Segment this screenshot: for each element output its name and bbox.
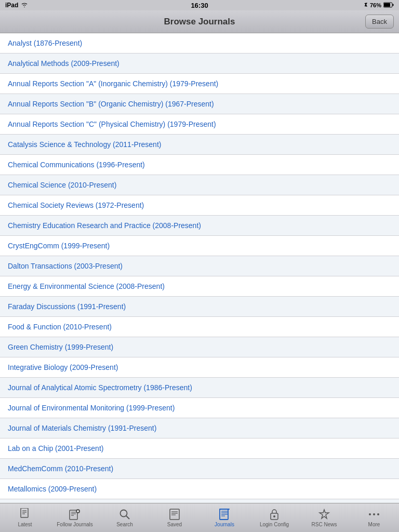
- journal-item[interactable]: Faraday Discussions (1991-Present): [0, 297, 399, 317]
- tab-search-label: Search: [116, 522, 133, 527]
- rsc-news-icon: [318, 508, 330, 521]
- tab-more-label: More: [368, 522, 380, 527]
- tab-search[interactable]: Search: [100, 503, 150, 532]
- search-icon: [118, 508, 131, 521]
- journal-item[interactable]: Lab on a Chip (2001-Present): [0, 438, 399, 459]
- journal-item[interactable]: Analyst (1876-Present): [0, 33, 399, 54]
- journal-item[interactable]: Journal of Materials Chemistry (1991-Pre…: [0, 418, 399, 438]
- time-display: 16:30: [191, 2, 208, 9]
- tab-saved[interactable]: Saved: [150, 503, 200, 532]
- tab-latest[interactable]: Latest: [0, 503, 50, 532]
- tab-follow-journals-label: Follow Journals: [57, 522, 92, 527]
- tab-login-config-label: Login Config: [260, 522, 289, 527]
- svg-point-15: [121, 510, 127, 517]
- journal-item[interactable]: Integrative Biology (2009-Present): [0, 357, 399, 378]
- journal-item[interactable]: Metallomics (2009-Present): [0, 479, 399, 499]
- journal-item[interactable]: Annual Reports Section "A" (Inorganic Ch…: [0, 74, 399, 94]
- follow-journals-icon: [69, 508, 81, 521]
- back-button[interactable]: Back: [365, 15, 394, 29]
- tab-rsc-news[interactable]: RSC News: [299, 503, 349, 532]
- journal-item[interactable]: Molecular BioSystems (2005-Present): [0, 499, 399, 503]
- svg-point-30: [369, 513, 371, 515]
- journal-item[interactable]: Energy & Environmental Science (2008-Pre…: [0, 276, 399, 297]
- page-title: Browse Journals: [164, 17, 235, 27]
- saved-icon: [168, 508, 181, 521]
- tab-bar: Latest Follow Journals Search: [0, 503, 399, 532]
- more-icon: [368, 508, 380, 521]
- journal-item[interactable]: Green Chemistry (1999-Present): [0, 337, 399, 357]
- svg-rect-4: [21, 508, 28, 517]
- tab-rsc-news-label: RSC News: [312, 522, 337, 527]
- battery-level: 76%: [370, 2, 381, 8]
- journals-icon: [218, 508, 231, 521]
- journal-item[interactable]: Chemical Society Reviews (1972-Present): [0, 195, 399, 216]
- svg-rect-3: [384, 3, 390, 7]
- journal-item[interactable]: Chemical Science (2010-Present): [0, 175, 399, 195]
- status-bar: iPad 16:30 76%: [0, 0, 399, 10]
- svg-marker-29: [320, 510, 329, 518]
- journal-item[interactable]: Food & Function (2010-Present): [0, 317, 399, 337]
- journal-item[interactable]: Dalton Transactions (2003-Present): [0, 256, 399, 276]
- journal-item[interactable]: Catalysis Science & Technology (2011-Pre…: [0, 135, 399, 155]
- wifi-icon: [21, 2, 28, 9]
- svg-line-16: [126, 516, 129, 519]
- tab-latest-label: Latest: [18, 522, 32, 527]
- journal-item[interactable]: MedChemComm (2010-Present): [0, 459, 399, 479]
- svg-point-28: [273, 515, 275, 517]
- journal-item[interactable]: Journal of Environmental Monitoring (199…: [0, 398, 399, 418]
- tab-saved-label: Saved: [167, 522, 182, 527]
- tab-journals-label: Journals: [215, 522, 234, 527]
- tab-more[interactable]: More: [349, 503, 399, 532]
- device-label: iPad: [5, 2, 18, 9]
- tab-follow-journals[interactable]: Follow Journals: [50, 503, 100, 532]
- journal-item[interactable]: Annual Reports Section "B" (Organic Chem…: [0, 94, 399, 114]
- journal-list: Analyst (1876-Present)Analytical Methods…: [0, 33, 399, 503]
- journal-item[interactable]: CrystEngComm (1999-Present): [0, 236, 399, 256]
- svg-rect-26: [219, 509, 230, 510]
- tab-journals[interactable]: Journals: [200, 503, 249, 532]
- doc-icon: [19, 508, 31, 521]
- journal-item[interactable]: Annual Reports Section "C" (Physical Che…: [0, 114, 399, 135]
- journal-item[interactable]: Journal of Analytical Atomic Spectrometr…: [0, 378, 399, 398]
- login-config-icon: [268, 508, 281, 521]
- tab-login-config[interactable]: Login Config: [249, 503, 299, 532]
- navigation-bar: Browse Journals Back: [0, 10, 399, 33]
- journal-item[interactable]: Chemistry Education Research and Practic…: [0, 216, 399, 236]
- svg-rect-2: [393, 4, 394, 6]
- journal-item[interactable]: Chemical Communications (1996-Present): [0, 155, 399, 175]
- svg-rect-17: [170, 509, 179, 520]
- bluetooth-icon: [364, 2, 368, 9]
- battery-icon: [383, 2, 394, 9]
- journal-item[interactable]: Analytical Methods (2009-Present): [0, 54, 399, 74]
- svg-point-32: [377, 513, 379, 515]
- svg-point-31: [373, 513, 375, 515]
